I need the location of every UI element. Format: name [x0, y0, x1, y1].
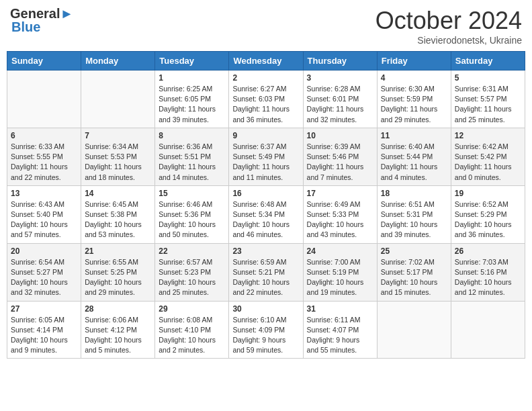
calendar-day-cell: 5Sunrise: 6:31 AM Sunset: 5:57 PM Daylig…	[451, 71, 525, 128]
day-info: Sunrise: 6:55 AM Sunset: 5:25 PM Dayligh…	[85, 257, 151, 298]
calendar-day-cell: 8Sunrise: 6:36 AM Sunset: 5:51 PM Daylig…	[155, 128, 229, 185]
calendar-table: SundayMondayTuesdayWednesdayThursdayFrid…	[7, 51, 525, 359]
day-info: Sunrise: 6:57 AM Sunset: 5:23 PM Dayligh…	[159, 257, 225, 298]
calendar-day-cell: 27Sunrise: 6:05 AM Sunset: 4:14 PM Dayli…	[7, 301, 81, 359]
calendar-day-cell: 19Sunrise: 6:52 AM Sunset: 5:29 PM Dayli…	[451, 185, 525, 243]
calendar-body: 1Sunrise: 6:25 AM Sunset: 6:05 PM Daylig…	[7, 71, 525, 359]
day-info: Sunrise: 6:40 AM Sunset: 5:44 PM Dayligh…	[381, 142, 447, 183]
day-info: Sunrise: 7:02 AM Sunset: 5:17 PM Dayligh…	[381, 257, 447, 298]
calendar-day-cell: 24Sunrise: 7:00 AM Sunset: 5:19 PM Dayli…	[303, 243, 377, 301]
day-number: 12	[455, 131, 521, 140]
calendar-day-cell: 20Sunrise: 6:54 AM Sunset: 5:27 PM Dayli…	[7, 243, 81, 301]
calendar-week-row: 6Sunrise: 6:33 AM Sunset: 5:55 PM Daylig…	[7, 128, 525, 185]
calendar-week-row: 13Sunrise: 6:43 AM Sunset: 5:40 PM Dayli…	[7, 185, 525, 243]
calendar-day-cell: 18Sunrise: 6:51 AM Sunset: 5:31 PM Dayli…	[377, 185, 451, 243]
day-info: Sunrise: 6:51 AM Sunset: 5:31 PM Dayligh…	[381, 199, 447, 240]
day-info: Sunrise: 6:45 AM Sunset: 5:38 PM Dayligh…	[85, 199, 151, 240]
weekday-header-cell: Tuesday	[155, 52, 229, 71]
calendar-day-cell: 22Sunrise: 6:57 AM Sunset: 5:23 PM Dayli…	[155, 243, 229, 301]
day-info: Sunrise: 6:06 AM Sunset: 4:12 PM Dayligh…	[85, 315, 151, 356]
calendar-day-cell: 13Sunrise: 6:43 AM Sunset: 5:40 PM Dayli…	[7, 185, 81, 243]
day-number: 21	[85, 246, 151, 256]
day-info: Sunrise: 6:11 AM Sunset: 4:07 PM Dayligh…	[307, 315, 373, 356]
day-number: 16	[232, 189, 299, 198]
day-number: 8	[159, 131, 225, 140]
day-number: 31	[307, 304, 373, 314]
calendar-day-cell: 26Sunrise: 7:03 AM Sunset: 5:16 PM Dayli…	[451, 243, 525, 301]
day-info: Sunrise: 6:43 AM Sunset: 5:40 PM Dayligh…	[11, 199, 77, 240]
day-number: 6	[11, 131, 77, 140]
day-info: Sunrise: 6:10 AM Sunset: 4:09 PM Dayligh…	[232, 315, 299, 356]
calendar-day-cell: 10Sunrise: 6:39 AM Sunset: 5:46 PM Dayli…	[303, 128, 377, 185]
calendar-day-cell: 30Sunrise: 6:10 AM Sunset: 4:09 PM Dayli…	[229, 301, 303, 359]
calendar-day-cell	[7, 71, 81, 128]
calendar-week-row: 20Sunrise: 6:54 AM Sunset: 5:27 PM Dayli…	[7, 243, 525, 301]
day-number: 18	[381, 189, 447, 198]
title-block: October 2024 Sievierodonetsk, Ukraine	[375, 7, 522, 46]
day-number: 20	[11, 246, 77, 256]
calendar-day-cell: 3Sunrise: 6:28 AM Sunset: 6:01 PM Daylig…	[303, 71, 377, 128]
calendar-day-cell: 14Sunrise: 6:45 AM Sunset: 5:38 PM Dayli…	[81, 185, 155, 243]
calendar-day-cell: 12Sunrise: 6:42 AM Sunset: 5:42 PM Dayli…	[451, 128, 525, 185]
day-info: Sunrise: 6:37 AM Sunset: 5:49 PM Dayligh…	[232, 142, 299, 183]
calendar-day-cell: 25Sunrise: 7:02 AM Sunset: 5:17 PM Dayli…	[377, 243, 451, 301]
day-info: Sunrise: 7:03 AM Sunset: 5:16 PM Dayligh…	[455, 257, 521, 298]
day-number: 11	[381, 131, 447, 140]
calendar-day-cell: 11Sunrise: 6:40 AM Sunset: 5:44 PM Dayli…	[377, 128, 451, 185]
calendar-day-cell	[451, 301, 525, 359]
day-info: Sunrise: 6:05 AM Sunset: 4:14 PM Dayligh…	[11, 315, 77, 356]
calendar-day-cell: 17Sunrise: 6:49 AM Sunset: 5:33 PM Dayli…	[303, 185, 377, 243]
day-number: 13	[11, 189, 77, 198]
calendar-day-cell: 29Sunrise: 6:08 AM Sunset: 4:10 PM Dayli…	[155, 301, 229, 359]
weekday-header-cell: Friday	[377, 52, 451, 71]
location-subtitle: Sievierodonetsk, Ukraine	[375, 35, 522, 46]
day-info: Sunrise: 6:54 AM Sunset: 5:27 PM Dayligh…	[11, 257, 77, 298]
day-info: Sunrise: 6:46 AM Sunset: 5:36 PM Dayligh…	[159, 199, 225, 240]
day-number: 7	[85, 131, 151, 140]
day-number: 30	[232, 304, 299, 314]
day-number: 1	[159, 73, 225, 83]
weekday-header-cell: Saturday	[451, 52, 525, 71]
day-number: 25	[381, 246, 447, 256]
calendar-day-cell: 21Sunrise: 6:55 AM Sunset: 5:25 PM Dayli…	[81, 243, 155, 301]
calendar-day-cell: 7Sunrise: 6:34 AM Sunset: 5:53 PM Daylig…	[81, 128, 155, 185]
calendar-day-cell	[81, 71, 155, 128]
weekday-header-cell: Thursday	[303, 52, 377, 71]
calendar-day-cell	[377, 301, 451, 359]
day-number: 2	[232, 73, 299, 83]
day-number: 28	[85, 304, 151, 314]
day-info: Sunrise: 6:31 AM Sunset: 5:57 PM Dayligh…	[455, 84, 521, 125]
logo: General► Blue	[10, 7, 73, 34]
calendar-day-cell: 23Sunrise: 6:59 AM Sunset: 5:21 PM Dayli…	[229, 243, 303, 301]
day-info: Sunrise: 6:59 AM Sunset: 5:21 PM Dayligh…	[232, 257, 299, 298]
day-number: 26	[455, 246, 521, 256]
weekday-header-row: SundayMondayTuesdayWednesdayThursdayFrid…	[7, 52, 525, 71]
day-number: 27	[11, 304, 77, 314]
calendar-day-cell: 16Sunrise: 6:48 AM Sunset: 5:34 PM Dayli…	[229, 185, 303, 243]
day-info: Sunrise: 6:42 AM Sunset: 5:42 PM Dayligh…	[455, 142, 521, 183]
day-number: 3	[307, 73, 373, 83]
day-number: 17	[307, 189, 373, 198]
day-info: Sunrise: 6:28 AM Sunset: 6:01 PM Dayligh…	[307, 84, 373, 125]
day-info: Sunrise: 6:36 AM Sunset: 5:51 PM Dayligh…	[159, 142, 225, 183]
calendar-day-cell: 28Sunrise: 6:06 AM Sunset: 4:12 PM Dayli…	[81, 301, 155, 359]
day-number: 29	[159, 304, 225, 314]
calendar-day-cell: 2Sunrise: 6:27 AM Sunset: 6:03 PM Daylig…	[229, 71, 303, 128]
day-info: Sunrise: 6:25 AM Sunset: 6:05 PM Dayligh…	[159, 84, 225, 125]
day-number: 4	[381, 73, 447, 83]
calendar-day-cell: 9Sunrise: 6:37 AM Sunset: 5:49 PM Daylig…	[229, 128, 303, 185]
day-number: 24	[307, 246, 373, 256]
day-info: Sunrise: 6:30 AM Sunset: 5:59 PM Dayligh…	[381, 84, 447, 125]
day-number: 22	[159, 246, 225, 256]
page-header: General► Blue October 2024 Sievierodonet…	[7, 7, 525, 46]
day-number: 9	[232, 131, 299, 140]
day-number: 23	[232, 246, 299, 256]
day-info: Sunrise: 6:48 AM Sunset: 5:34 PM Dayligh…	[232, 199, 299, 240]
day-info: Sunrise: 6:08 AM Sunset: 4:10 PM Dayligh…	[159, 315, 225, 356]
calendar-day-cell: 4Sunrise: 6:30 AM Sunset: 5:59 PM Daylig…	[377, 71, 451, 128]
calendar-day-cell: 31Sunrise: 6:11 AM Sunset: 4:07 PM Dayli…	[303, 301, 377, 359]
day-number: 5	[455, 73, 521, 83]
day-info: Sunrise: 6:27 AM Sunset: 6:03 PM Dayligh…	[232, 84, 299, 125]
weekday-header-cell: Monday	[81, 52, 155, 71]
day-info: Sunrise: 6:39 AM Sunset: 5:46 PM Dayligh…	[307, 142, 373, 183]
